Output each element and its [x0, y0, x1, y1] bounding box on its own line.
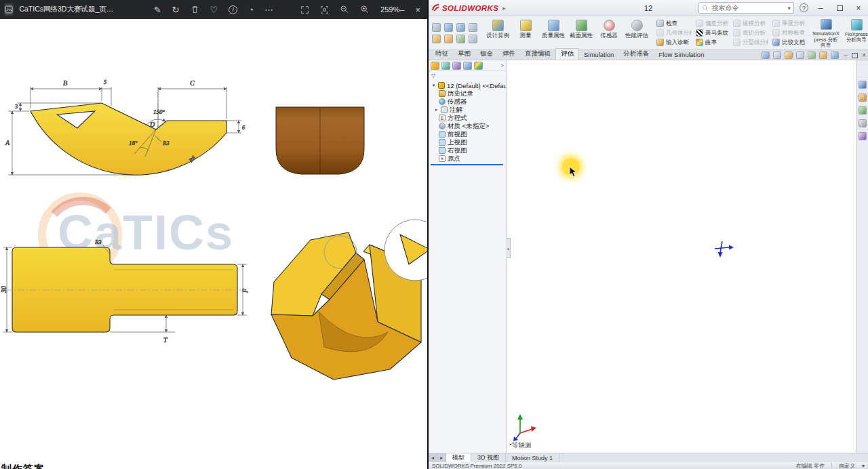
design-library-icon[interactable] — [859, 94, 867, 102]
heads-up-view-toolbar — [762, 52, 839, 60]
floxpress-button[interactable]: FloXpress 分析向导 — [842, 18, 868, 48]
tab-scroll-left-icon[interactable]: ◂ — [429, 453, 437, 462]
rollback-bar[interactable] — [431, 164, 503, 165]
command-search[interactable]: ▾ — [698, 2, 794, 14]
display-style-icon[interactable] — [785, 52, 793, 59]
open-document-icon[interactable] — [444, 23, 453, 32]
zoom-out-icon[interactable] — [340, 5, 349, 14]
section-properties-button[interactable]: 截面属性 — [568, 18, 594, 48]
options-icon[interactable] — [469, 35, 477, 43]
search-input[interactable] — [711, 4, 785, 12]
caret-down-icon[interactable]: ▾ — [431, 83, 436, 88]
undo-icon[interactable] — [432, 35, 441, 43]
tab-3d-views[interactable]: 3D 视图 — [471, 453, 506, 462]
measure-button[interactable]: 测量 — [513, 18, 538, 48]
drawing-canvas[interactable]: CaTICs B 5 C A — [0, 19, 427, 469]
view-palette-icon[interactable] — [859, 119, 867, 127]
tab-features[interactable]: 特征 — [431, 49, 453, 60]
tab-model[interactable]: 模型 — [446, 453, 471, 462]
tree-item-top-plane[interactable]: 上视图 — [429, 138, 506, 146]
tree-item-origin[interactable]: + 原点 — [429, 155, 506, 163]
view-orientation-icon[interactable] — [773, 52, 781, 59]
doc-minimize-icon[interactable]: – — [844, 52, 848, 59]
zoom-in-icon[interactable] — [360, 5, 370, 14]
tab-direct-editing[interactable]: 直接编辑 — [520, 49, 555, 60]
tab-analysis-preparation[interactable]: 分析准备 — [618, 49, 654, 60]
search-options-icon[interactable]: ▾ — [787, 5, 791, 12]
check-button[interactable]: 检查 — [656, 19, 691, 28]
doc-restore-icon[interactable] — [852, 53, 858, 58]
tree-item-annotations[interactable]: ▸ 注解 — [429, 106, 506, 114]
tree-item-material[interactable]: 材质 <未指定> — [429, 122, 506, 130]
panel-collapse-handle[interactable]: ◂ — [506, 238, 511, 258]
tree-item-history[interactable]: 历史记录 — [429, 89, 506, 98]
tree-root[interactable]: ▾ 12 (Default) <<Default>_Photo — [429, 81, 506, 89]
new-document-icon[interactable] — [432, 23, 441, 32]
zoom-fit-icon[interactable] — [762, 52, 770, 59]
curvature-button[interactable]: 曲率 — [696, 38, 728, 47]
scene-icon[interactable] — [819, 52, 827, 59]
dimxpertmanager-tab-icon[interactable] — [463, 62, 472, 70]
tab-motion-study[interactable]: Motion Study 1 — [506, 453, 559, 462]
restore-icon[interactable] — [833, 2, 846, 14]
zoom-level[interactable]: 259% — [380, 5, 399, 14]
tab-flow-simulation[interactable]: Flow Simulation — [654, 50, 709, 60]
tab-sketch[interactable]: 草图 — [453, 49, 475, 60]
help-icon[interactable]: ? — [800, 3, 808, 12]
hide-show-items-icon[interactable] — [796, 52, 804, 59]
appearances-pane-icon[interactable] — [859, 132, 867, 140]
tree-filter[interactable]: ▽ — [429, 71, 506, 80]
cad-drawing: CaTICs B 5 C A — [0, 19, 427, 469]
displaymanager-tab-icon[interactable] — [474, 62, 483, 70]
minimize-icon[interactable]: – — [814, 2, 827, 14]
tree-item-right-plane[interactable]: 右视图 — [429, 146, 506, 155]
rebuild-icon[interactable] — [456, 35, 465, 43]
performance-evaluation-button[interactable]: 性能评估 — [624, 18, 650, 48]
more-options-icon[interactable]: ⋯ — [264, 5, 273, 14]
configurationmanager-tab-icon[interactable] — [452, 62, 461, 70]
customize-button[interactable]: 自定义 — [839, 462, 855, 469]
print-icon[interactable] — [469, 23, 477, 32]
info-icon[interactable]: i — [229, 5, 237, 14]
viewer-close-icon[interactable]: × — [415, 5, 420, 14]
caret-right-icon[interactable]: ▸ — [434, 107, 439, 113]
crop-icon[interactable] — [320, 5, 329, 14]
redo-icon[interactable] — [444, 35, 453, 43]
delete-icon[interactable] — [191, 5, 199, 14]
propertymanager-tab-icon[interactable] — [441, 62, 450, 70]
measure-icon — [520, 20, 532, 31]
tree-item-sensors[interactable]: 传感器 — [429, 98, 506, 106]
zebra-stripes-button[interactable]: 斑马条纹 — [696, 28, 728, 37]
close-icon[interactable]: × — [852, 2, 865, 14]
edit-icon[interactable]: ✎ — [154, 5, 161, 14]
doc-close-icon[interactable]: × — [862, 52, 866, 59]
panel-expand-icon[interactable]: > — [500, 62, 504, 68]
featuremanager-tab-icon[interactable] — [431, 62, 439, 70]
menu-flyout-icon[interactable]: ▸ — [502, 5, 506, 12]
tab-scroll-right-icon[interactable]: ▸ — [437, 453, 446, 462]
fullscreen-icon[interactable] — [300, 5, 309, 14]
compare-documents-button[interactable]: 比较文档 — [772, 38, 805, 47]
tab-simulation[interactable]: Simulation — [579, 50, 618, 60]
appearance-icon[interactable] — [808, 52, 816, 59]
tab-evaluate[interactable]: 评估 — [555, 48, 579, 60]
view-settings-icon[interactable] — [831, 52, 839, 59]
tab-weldments[interactable]: 焊件 — [498, 49, 520, 60]
tree-item-front-plane[interactable]: 前视图 — [429, 130, 506, 138]
design-study-button[interactable]: 设计算例 — [485, 18, 511, 48]
viewer-minimize-icon[interactable]: – — [399, 5, 404, 14]
resources-pane-icon[interactable] — [859, 81, 867, 89]
save-icon[interactable] — [456, 23, 465, 32]
sensor-button[interactable]: 传感器 — [596, 18, 622, 48]
favorite-icon[interactable]: ♡ — [210, 5, 218, 14]
customize-caret-icon[interactable]: ▾ — [862, 463, 865, 469]
tab-sheet-metal[interactable]: 钣金 — [475, 49, 498, 60]
import-diagnostics-button[interactable]: 输入诊断 — [656, 38, 691, 47]
simulationxpress-button[interactable]: SimulationXpress 分析向导 — [812, 18, 840, 48]
graphics-viewport[interactable]: *等轴测 — [507, 60, 856, 453]
mass-properties-button[interactable]: 质量属性 — [540, 18, 566, 48]
tree-item-equations[interactable]: Σ 方程式 — [429, 114, 506, 122]
file-explorer-icon[interactable] — [859, 106, 867, 115]
rotate-icon[interactable]: ↻ — [172, 5, 180, 14]
timer-icon[interactable]: ◔ — [248, 5, 254, 14]
